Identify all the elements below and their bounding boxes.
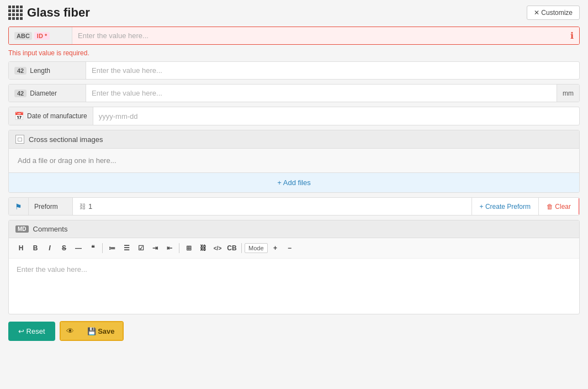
toolbar-table[interactable]: ⊞ — [182, 241, 195, 255]
diameter-field-row: 42 Diameter mm — [8, 84, 580, 102]
date-label-cell: 📅 Date of manufacture — [9, 107, 93, 125]
grid-icon — [8, 6, 23, 20]
preform-row: ⚑ Preform ⛓ 1 + Create Preform 🗑 Clear — [8, 197, 580, 215]
error-icon: ℹ — [565, 30, 579, 41]
toolbar: H B I S — ❝ ≔ ☰ ☑ ⇥ ⇤ ⊞ ⛓ </> CB Mode + … — [9, 238, 579, 259]
date-input-cell — [93, 107, 579, 125]
toolbar-h[interactable]: H — [14, 241, 28, 255]
length-label-cell: 42 Length — [9, 62, 86, 79]
diameter-type-badge: 42 — [14, 90, 27, 97]
toolbar-minus[interactable]: − — [283, 241, 296, 255]
toolbar-blockquote[interactable]: ❝ — [86, 241, 99, 255]
id-field-row: ABC ID * ℹ — [8, 27, 580, 45]
diameter-label: Diameter — [30, 90, 57, 97]
toolbar-divider-2 — [179, 243, 179, 253]
reset-button[interactable]: ↩ Reset — [8, 322, 55, 341]
comments-section: MD Comments H B I S — ❝ ≔ ☰ ☑ ⇥ ⇤ ⊞ ⛓ </… — [8, 220, 580, 314]
collapse-icon[interactable]: □ — [15, 135, 24, 144]
toolbar-divider-3 — [241, 243, 242, 253]
toolbar-i[interactable]: I — [43, 241, 56, 255]
id-label-cell: ABC ID * — [9, 27, 72, 44]
id-badge: ID * — [34, 32, 50, 40]
id-input[interactable] — [72, 27, 565, 44]
toolbar-indent-left[interactable]: ⇤ — [163, 241, 176, 255]
length-input[interactable] — [86, 62, 579, 79]
preform-value: ⛓ 1 — [73, 198, 472, 215]
toolbar-mode[interactable]: Mode — [245, 243, 268, 253]
length-field-row: 42 Length — [8, 61, 580, 80]
preview-icon: 👁 — [66, 327, 74, 335]
diameter-suffix: mm — [557, 85, 579, 102]
add-files-button[interactable]: + Add files — [9, 172, 579, 192]
cross-section-box: □ Cross sectional images Add a file or d… — [8, 130, 580, 193]
date-input[interactable] — [93, 108, 579, 125]
toolbar-b[interactable]: B — [29, 241, 42, 255]
footer-buttons: ↩ Reset 👁 💾 Save — [8, 321, 580, 341]
page-title-text: Glass fiber — [27, 6, 90, 20]
cross-section-header: □ Cross sectional images — [9, 130, 579, 149]
date-icon: 📅 — [14, 112, 24, 120]
toolbar-s[interactable]: S — [57, 241, 71, 255]
page-header: Glass fiber ✕ Customize — [8, 6, 580, 20]
diameter-input-cell — [86, 85, 557, 102]
customize-button[interactable]: ✕ Customize — [527, 6, 580, 20]
length-type-badge: 42 — [14, 67, 27, 75]
toolbar-indent-right[interactable]: ⇥ — [149, 241, 162, 255]
md-badge: MD — [15, 225, 29, 233]
abc-badge: ABC — [14, 32, 32, 40]
link-icon: ⛓ — [80, 203, 86, 211]
date-label: Date of manufacture — [27, 112, 87, 120]
toolbar-ul[interactable]: ≔ — [105, 241, 119, 255]
toolbar-ol[interactable]: ☰ — [120, 241, 133, 255]
id-error-message: This input value is required. — [8, 49, 580, 57]
comments-title: Comments — [33, 225, 68, 233]
save-group: 👁 💾 Save — [60, 321, 124, 341]
id-input-cell: ℹ — [72, 27, 579, 44]
preform-count: 1 — [88, 202, 92, 211]
date-field-row: 📅 Date of manufacture — [8, 107, 580, 125]
save-button[interactable]: 💾 Save — [80, 322, 123, 340]
toolbar-divider-1 — [102, 243, 103, 253]
toolbar-plus[interactable]: + — [269, 241, 282, 255]
toolbar-link[interactable]: ⛓ — [197, 241, 210, 255]
toolbar-cb[interactable]: CB — [225, 241, 239, 255]
editor-area[interactable]: Enter the value here... — [9, 259, 579, 314]
diameter-label-cell: 42 Diameter — [9, 85, 86, 102]
clear-button[interactable]: 🗑 Clear — [538, 198, 579, 215]
preform-flag-icon: ⚑ — [15, 202, 22, 211]
toolbar-code-inline[interactable]: </> — [211, 241, 224, 255]
cross-section-title: Cross sectional images — [29, 135, 103, 144]
comments-header: MD Comments — [9, 220, 579, 238]
page-title: Glass fiber — [8, 6, 90, 20]
preform-icon: ⚑ — [9, 198, 29, 215]
save-preview-button[interactable]: 👁 — [61, 322, 80, 340]
preform-label: Preform — [29, 198, 73, 215]
drop-area[interactable]: Add a file or drag one in here... — [9, 149, 579, 172]
create-preform-button[interactable]: + Create Preform — [472, 198, 538, 215]
length-input-cell — [86, 62, 579, 79]
diameter-input[interactable] — [86, 85, 557, 102]
toolbar-hr[interactable]: — — [72, 241, 85, 255]
length-label: Length — [30, 67, 50, 75]
toolbar-task[interactable]: ☑ — [134, 241, 147, 255]
